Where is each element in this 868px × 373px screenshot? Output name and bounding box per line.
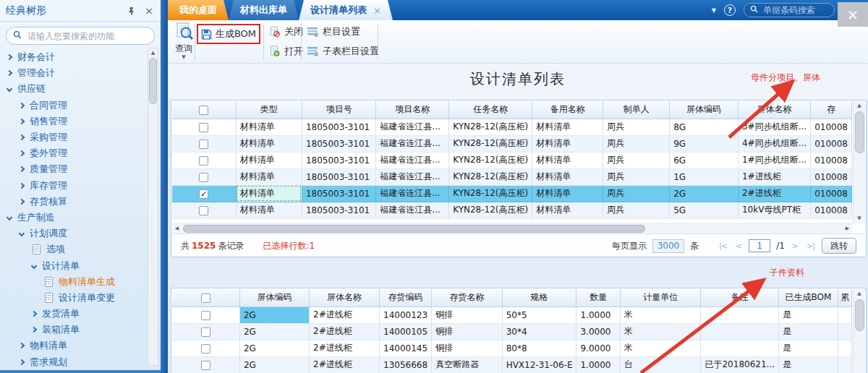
sidebar-item[interactable]: 存货核算 [0, 194, 146, 210]
table-cell[interactable]: 米 [620, 323, 701, 340]
table-cell[interactable]: 6G [670, 152, 739, 168]
table-cell[interactable]: 2G [239, 356, 309, 373]
table-row[interactable]: ✓材料清单1805003-3101福建省连江县...KYN28-12(高压柜)材… [172, 185, 852, 202]
table-cell[interactable]: 2#进线柜 [310, 340, 380, 356]
table-cell[interactable]: 福建省连江县... [376, 202, 449, 218]
scrollbar-thumb[interactable] [855, 299, 864, 331]
column-header[interactable]: 项目号 [302, 101, 375, 119]
table-cell[interactable]: 3.0000 [576, 323, 620, 340]
prev-page-button[interactable]: < [734, 241, 743, 251]
table-cell[interactable]: 14000145 [380, 340, 432, 356]
table-cell[interactable]: 福建省连江县... [376, 185, 449, 202]
pin-icon[interactable] [126, 5, 137, 17]
sidebar-item[interactable]: 质量管理 [0, 161, 146, 177]
table-cell[interactable]: 材料清单 [236, 202, 302, 218]
sidebar-item[interactable]: 供应链 [0, 81, 146, 97]
page-number-input[interactable]: 1 [749, 239, 770, 252]
column-header[interactable]: 屏体编码 [239, 289, 309, 306]
column-header[interactable]: 存货名称 [432, 289, 503, 306]
sidebar-item[interactable]: 生产制造 [0, 210, 146, 226]
table-cell[interactable]: 13056668 [380, 356, 432, 373]
table-cell[interactable]: 010008 [811, 152, 852, 168]
table-cell[interactable]: 米 [620, 306, 701, 323]
tab-my-desktop[interactable]: 我的桌面 [168, 0, 229, 20]
table-row[interactable]: 2G2#进线柜14000105铜排30*43.0000米是 [172, 323, 852, 340]
chevron-down-icon[interactable]: ▼ [712, 7, 716, 14]
chevron-down-icon[interactable] [31, 262, 37, 268]
table-cell[interactable]: 1#进线柜 [738, 168, 810, 185]
sidebar-item[interactable]: 委外管理 [0, 145, 146, 161]
table-cell[interactable]: HVX12-31-06-E [502, 356, 576, 373]
table-cell[interactable]: 周兵 [603, 152, 670, 168]
table-cell[interactable]: 材料清单 [236, 119, 302, 135]
sidebar-item[interactable]: 需求规划 [0, 354, 146, 367]
scroll-right-icon[interactable]: ▶ [843, 224, 852, 233]
query-button[interactable]: 查询 ▼ [171, 22, 197, 59]
checkbox[interactable] [201, 327, 210, 337]
table-cell[interactable]: 50*5 [502, 306, 576, 323]
chevron-right-icon[interactable] [31, 311, 37, 317]
scroll-left-icon[interactable]: ◀ [172, 224, 182, 233]
table-cell[interactable]: 80*8 [502, 340, 576, 356]
table-cell[interactable]: 铜排 [432, 340, 503, 356]
table-cell[interactable]: 010008 [811, 185, 852, 202]
table-cell[interactable] [701, 340, 779, 356]
column-header[interactable]: 屏体名称 [738, 101, 810, 119]
table-cell[interactable]: 是 [779, 323, 838, 340]
table-cell[interactable] [701, 323, 779, 340]
table-cell[interactable]: 铜排 [432, 323, 503, 340]
table-cell[interactable]: 010008 [811, 119, 852, 135]
table-cell[interactable] [838, 323, 851, 340]
chevron-down-icon[interactable] [19, 231, 25, 236]
row-select-cell[interactable] [172, 323, 239, 340]
column-header[interactable]: 任务名称 [449, 101, 532, 119]
table-cell[interactable]: 真空断路器 [432, 356, 503, 373]
sidebar-item[interactable]: 物料清单 [0, 338, 146, 353]
checkbox[interactable] [201, 311, 210, 320]
table-cell[interactable]: 周兵 [603, 168, 670, 185]
column-header[interactable]: 存货编码 [380, 289, 432, 306]
column-header[interactable]: 数量 [576, 289, 620, 306]
chevron-right-icon[interactable] [19, 150, 25, 156]
table-cell[interactable]: 材料清单 [532, 152, 603, 168]
column-header[interactable]: 存 [811, 101, 852, 119]
table-cell[interactable]: 材料清单 [236, 152, 302, 168]
scrollbar-thumb[interactable] [855, 111, 864, 153]
table-cell[interactable]: 4#同步机组断... [738, 135, 810, 152]
table-cell[interactable]: 福建省连江县... [376, 168, 449, 185]
checkbox[interactable] [201, 344, 210, 353]
table-cell[interactable]: 1805003-3101 [302, 152, 375, 168]
checkbox[interactable] [199, 206, 208, 215]
table-cell[interactable]: 3#同步机组断... [738, 119, 810, 135]
table-cell[interactable]: 1805003-3101 [302, 168, 375, 185]
chevron-right-icon[interactable] [19, 119, 25, 124]
sidebar-item[interactable]: 库存管理 [0, 178, 146, 194]
table-row[interactable]: 2G2#进线柜13056668真空断路器HVX12-31-06-E1.0000台… [172, 356, 852, 373]
sidebar-item[interactable]: 财务会计 [0, 49, 146, 65]
row-select-cell[interactable]: ✓ [172, 185, 236, 202]
checkbox[interactable] [199, 123, 208, 132]
sidebar-item[interactable]: 设计清单 [0, 257, 146, 273]
barcode-search-input[interactable] [762, 4, 828, 16]
checkbox[interactable] [199, 173, 208, 182]
table-cell[interactable]: 周兵 [603, 202, 670, 218]
chevron-right-icon[interactable] [19, 182, 25, 188]
chevron-right-icon[interactable] [19, 134, 25, 140]
select-all-header[interactable] [172, 101, 236, 119]
table-cell[interactable]: KYN28-12(高压柜) [449, 202, 532, 218]
sidebar-search-input[interactable] [26, 30, 148, 42]
sidebar-item[interactable]: 选项 [0, 241, 146, 257]
chevron-right-icon[interactable] [31, 327, 37, 333]
table-cell[interactable]: 米 [620, 340, 701, 356]
per-page-input[interactable]: 3000 [652, 239, 684, 253]
table-cell[interactable]: 材料清单 [532, 135, 603, 152]
sidebar-item[interactable]: 装箱清单 [0, 322, 146, 338]
sidebar-item[interactable]: 管理会计 [0, 65, 146, 81]
barcode-search[interactable] [744, 3, 835, 17]
row-select-cell[interactable] [172, 119, 236, 135]
chevron-down-icon[interactable] [7, 86, 12, 92]
table-cell[interactable]: 9.0000 [576, 340, 620, 356]
tab-material-outbound[interactable]: 材料出库单 [229, 0, 299, 20]
checkbox[interactable] [199, 106, 208, 115]
table-cell[interactable]: 福建省连江县... [376, 119, 449, 135]
